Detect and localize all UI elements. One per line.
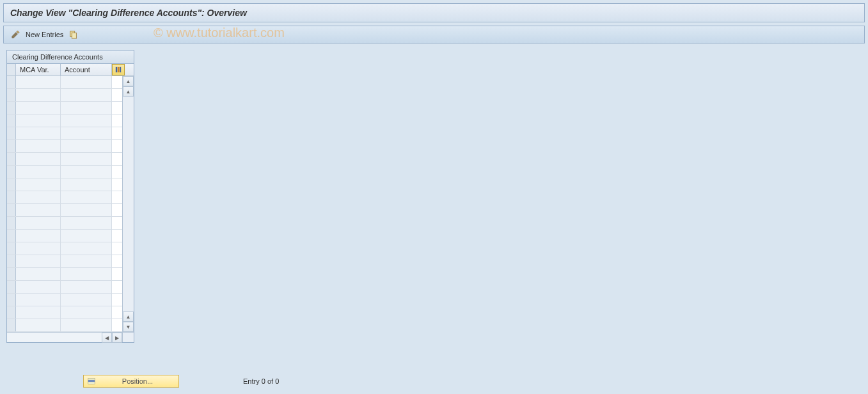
cell-account[interactable] <box>61 306 112 319</box>
table-row[interactable] <box>7 268 122 281</box>
table-row[interactable] <box>7 191 122 204</box>
row-selector-header[interactable] <box>7 64 16 75</box>
cell-mcavar[interactable] <box>16 281 61 293</box>
cell-account[interactable] <box>61 89 112 101</box>
cell-account[interactable] <box>61 76 112 88</box>
scroll-track[interactable] <box>123 97 134 311</box>
copy-icon[interactable] <box>68 29 79 40</box>
row-selector[interactable] <box>7 166 16 178</box>
cell-mcavar[interactable] <box>16 102 61 114</box>
table-row[interactable] <box>7 102 122 114</box>
cell-account[interactable] <box>61 255 112 267</box>
cell-mcavar[interactable] <box>16 217 61 229</box>
row-selector[interactable] <box>7 153 16 165</box>
cell-mcavar[interactable] <box>16 89 61 101</box>
table-body: ▲ ▲ ▲ ▼ <box>7 76 134 332</box>
row-selector[interactable] <box>7 217 16 229</box>
table-row[interactable] <box>7 230 122 242</box>
svg-rect-4 <box>120 67 122 72</box>
cell-mcavar[interactable] <box>16 255 61 267</box>
table-row[interactable] <box>7 140 122 153</box>
row-selector[interactable] <box>7 294 16 306</box>
scroll-left-button[interactable]: ◀ <box>102 333 112 343</box>
row-selector[interactable] <box>7 255 16 267</box>
row-selector[interactable] <box>7 306 16 319</box>
table-settings-icon[interactable] <box>112 64 125 75</box>
table-row[interactable] <box>7 255 122 268</box>
cell-mcavar[interactable] <box>16 191 61 203</box>
toolbar: New Entries <box>3 26 865 43</box>
cell-account[interactable] <box>61 242 112 255</box>
scroll-right-button[interactable]: ▶ <box>112 333 122 343</box>
table-row[interactable] <box>7 281 122 294</box>
cell-account[interactable] <box>61 294 112 306</box>
cell-account[interactable] <box>61 217 112 229</box>
scroll-down-button[interactable]: ▲ <box>123 311 134 322</box>
cell-account[interactable] <box>61 153 112 165</box>
row-selector[interactable] <box>7 230 16 242</box>
row-selector[interactable] <box>7 140 16 152</box>
table-row[interactable] <box>7 127 122 140</box>
cell-mcavar[interactable] <box>16 306 61 319</box>
table-row[interactable] <box>7 178 122 191</box>
cell-mcavar[interactable] <box>16 294 61 306</box>
cell-account[interactable] <box>61 268 112 280</box>
table-row[interactable] <box>7 153 122 166</box>
column-header-account[interactable]: Account <box>61 64 112 75</box>
table-row[interactable] <box>7 114 122 127</box>
cell-mcavar[interactable] <box>16 127 61 139</box>
table-row[interactable] <box>7 166 122 178</box>
row-selector[interactable] <box>7 114 16 127</box>
cell-mcavar[interactable] <box>16 178 61 191</box>
row-selector[interactable] <box>7 127 16 139</box>
row-selector[interactable] <box>7 89 16 101</box>
horizontal-scrollbar: ◀ ▶ <box>7 332 134 342</box>
row-selector[interactable] <box>7 102 16 114</box>
cell-account[interactable] <box>61 204 112 216</box>
cell-mcavar[interactable] <box>16 153 61 165</box>
cell-mcavar[interactable] <box>16 230 61 242</box>
table-row[interactable] <box>7 306 122 319</box>
row-selector[interactable] <box>7 76 16 88</box>
table-row[interactable] <box>7 204 122 217</box>
cell-mcavar[interactable] <box>16 76 61 88</box>
cell-mcavar[interactable] <box>16 319 61 331</box>
cell-account[interactable] <box>61 191 112 203</box>
position-button[interactable]: Position... <box>83 375 179 388</box>
row-selector[interactable] <box>7 268 16 280</box>
cell-account[interactable] <box>61 178 112 191</box>
table-row[interactable] <box>7 217 122 230</box>
table-row[interactable] <box>7 89 122 102</box>
new-entries-button[interactable]: New Entries <box>26 31 63 38</box>
cell-mcavar[interactable] <box>16 242 61 255</box>
row-selector[interactable] <box>7 281 16 293</box>
cell-mcavar[interactable] <box>16 204 61 216</box>
cell-mcavar[interactable] <box>16 140 61 152</box>
cell-account[interactable] <box>61 281 112 293</box>
cell-account[interactable] <box>61 230 112 242</box>
table-row[interactable] <box>7 319 122 332</box>
cell-mcavar[interactable] <box>16 268 61 280</box>
row-selector[interactable] <box>7 204 16 216</box>
column-header-mcavar[interactable]: MCA Var. <box>16 64 61 75</box>
cell-account[interactable] <box>61 166 112 178</box>
row-selector[interactable] <box>7 242 16 255</box>
row-selector[interactable] <box>7 319 16 331</box>
table-row[interactable] <box>7 242 122 255</box>
cell-account[interactable] <box>61 127 112 139</box>
row-selector[interactable] <box>7 191 16 203</box>
pencil-icon[interactable] <box>10 29 20 40</box>
cell-account[interactable] <box>61 140 112 152</box>
svg-rect-1 <box>72 33 77 38</box>
cell-mcavar[interactable] <box>16 114 61 127</box>
scroll-up-button[interactable]: ▲ <box>123 76 134 86</box>
row-selector[interactable] <box>7 178 16 191</box>
scroll-up-button-2[interactable]: ▲ <box>123 86 134 97</box>
scroll-down-button-2[interactable]: ▼ <box>123 322 134 332</box>
cell-account[interactable] <box>61 319 112 331</box>
cell-account[interactable] <box>61 102 112 114</box>
cell-account[interactable] <box>61 114 112 127</box>
table-row[interactable] <box>7 76 122 89</box>
cell-mcavar[interactable] <box>16 166 61 178</box>
table-row[interactable] <box>7 294 122 306</box>
